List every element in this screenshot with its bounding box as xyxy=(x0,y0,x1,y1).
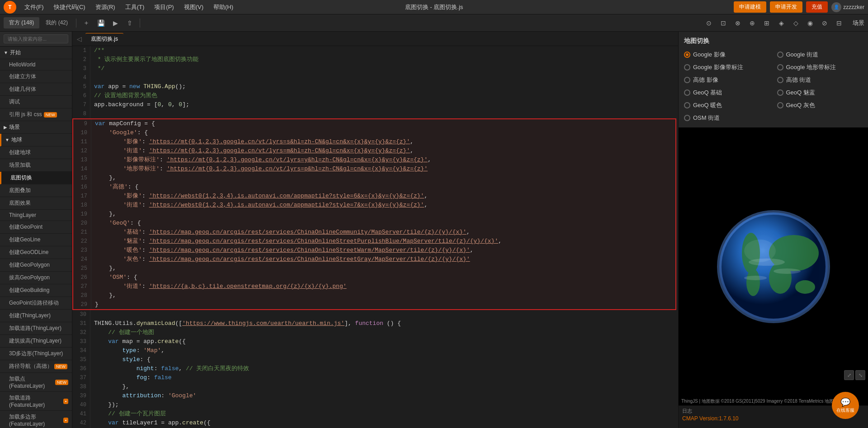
sidebar-item-basemapeffect[interactable]: 底图效果 xyxy=(0,197,72,210)
map-option-google-imagery[interactable]: Google 影像 xyxy=(684,51,770,59)
menu-project[interactable]: 项目(P) xyxy=(150,1,178,13)
search-input[interactable] xyxy=(4,34,68,43)
sidebar-item-3dpoly[interactable]: 3D多边形(ThingLayer) xyxy=(0,348,72,360)
radio-google-terrain-labeled[interactable] xyxy=(777,64,783,71)
share-icon[interactable]: ⇧ xyxy=(123,17,136,29)
tab-official[interactable]: 官方 (148) xyxy=(4,17,39,28)
map-option-geoq-gray[interactable]: GeoQ 灰色 xyxy=(777,101,863,109)
radio-geoq-gray[interactable] xyxy=(777,102,783,108)
sidebar-item-loadroad-feature[interactable]: 加载道路(FeatureLayer) ▪ xyxy=(0,392,72,411)
code-line-21: 21 '基础': 'https://map.geoq.cn/arcgis/res… xyxy=(73,228,675,237)
apply-dev-button[interactable]: 申请开发 xyxy=(770,1,802,13)
radio-geoq-base[interactable] xyxy=(684,89,690,96)
scene-icon-8[interactable]: ◉ xyxy=(804,17,816,29)
nav-back-icon[interactable]: ◁ xyxy=(74,33,85,44)
map-option-geoq-purple[interactable]: GeoQ 魅蓝 xyxy=(777,89,863,97)
code-line-23: 23 '暖色': 'https://map.geoq.cn/arcgis/res… xyxy=(73,246,675,255)
menu-tools[interactable]: 工具(T) xyxy=(121,1,149,13)
code-line-28: 28 }, xyxy=(73,291,675,300)
map-option-amap-street[interactable]: 高德 街道 xyxy=(777,76,863,84)
sidebar-item-creategeoODline[interactable]: 创建GeoODLine xyxy=(0,246,72,259)
sidebar-group-earth[interactable]: ▼ 地球 xyxy=(0,134,72,146)
map-option-geoq-base[interactable]: GeoQ 基础 xyxy=(684,89,770,97)
scene-icon-9[interactable]: ⊘ xyxy=(818,17,831,29)
sidebar-item-creategeobuilding[interactable]: 创建GeoBuilding xyxy=(0,284,72,297)
scene-icon-10[interactable]: ⊟ xyxy=(833,17,845,29)
map-option-google-terrain-labeled[interactable]: Google 地形带标注 xyxy=(777,63,863,71)
radio-amap-imagery[interactable] xyxy=(684,77,690,83)
chat-button[interactable]: 💬 在线客服 xyxy=(832,392,859,419)
radio-google-street[interactable] xyxy=(777,52,783,58)
sidebar-item-createthinglayer[interactable]: 创建(ThingLayer) xyxy=(0,310,72,322)
map-option-google-imagery-labeled[interactable]: Google 影像带标注 xyxy=(684,63,770,71)
sidebar-item-sceneload[interactable]: 场景加载 xyxy=(0,159,72,172)
svg-point-7 xyxy=(746,269,760,296)
sidebar-item-createearth[interactable]: 创建地球 xyxy=(0,146,72,159)
file-tab-active[interactable]: 底图切换.js xyxy=(85,33,123,45)
radio-amap-street[interactable] xyxy=(777,77,783,83)
sidebar-item-basemapswitch[interactable]: 底图切换 xyxy=(0,172,72,184)
sidebar-item-debug[interactable]: 调试 xyxy=(0,96,72,108)
scene-icon-6[interactable]: ◈ xyxy=(775,17,788,29)
sidebar-item-importjs[interactable]: 引用 js 和 css NEW xyxy=(0,108,72,121)
sidebar-item-loadpoint-feature[interactable]: 加载点(FeatureLayer) NEW xyxy=(0,373,72,392)
sidebar-item-thinglayer[interactable]: ThingLayer xyxy=(0,210,72,221)
sidebar-item-createcube[interactable]: 创建立方体 xyxy=(0,71,72,83)
globe-visual xyxy=(679,127,868,405)
code-line-27: 27 '街道': 'https://{a,b,c}.tile.openstree… xyxy=(73,282,675,291)
tab-mine[interactable]: 我的 (42) xyxy=(41,17,72,28)
menu-resources[interactable]: 资源(R) xyxy=(91,1,120,13)
radio-inner xyxy=(686,53,689,56)
sidebar-item-loadroad[interactable]: 加载道路(ThingLayer) xyxy=(0,322,72,335)
split-button[interactable]: ⤡ xyxy=(855,370,865,380)
map-option-amap-imagery[interactable]: 高德 影像 xyxy=(684,76,770,84)
scene-icon-7[interactable]: ◇ xyxy=(789,17,802,29)
sidebar-group-scene[interactable]: ▶ 场景 xyxy=(0,121,72,134)
map-option-geoq-warm[interactable]: GeoQ 暖色 xyxy=(684,101,770,109)
sidebar-item-helloworld[interactable]: HelloWorld xyxy=(0,59,72,71)
sidebar-group-start[interactable]: ▼ 开始 xyxy=(0,47,72,59)
radio-geoq-warm[interactable] xyxy=(684,102,690,108)
scene-icon-5[interactable]: ⊞ xyxy=(760,17,773,29)
map-option-osm-street[interactable]: OSM 街道 xyxy=(684,114,770,122)
sidebar-item-buildingheight[interactable]: 建筑拔高(ThingLayer) xyxy=(0,335,72,348)
menu-help[interactable]: 帮助(H) xyxy=(209,1,238,13)
earth-arrow: ▼ xyxy=(5,137,9,142)
scene-icon-3[interactable]: ⊗ xyxy=(731,17,744,29)
scene-icon-2[interactable]: ⊡ xyxy=(717,17,730,29)
sidebar-item-geopointmove[interactable]: GeoPoint沿路径移动 xyxy=(0,297,72,310)
scene-icon-4[interactable]: ⊕ xyxy=(746,17,759,29)
sidebar-item-extrudegeopolygon[interactable]: 拔高GeoPolygon xyxy=(0,272,72,284)
sidebar-item-creategeo[interactable]: 创建几何体 xyxy=(0,83,72,96)
radio-google-imagery[interactable] xyxy=(684,52,690,58)
radio-google-imagery-labeled[interactable] xyxy=(684,64,690,71)
code-line-6: 6 // 设置地图背景为黑色 xyxy=(72,91,678,100)
sidebar-item-creategeopolygon[interactable]: 创建GeoPolygon xyxy=(0,259,72,272)
map-option-google-street[interactable]: Google 街道 xyxy=(777,51,863,59)
radio-geoq-purple[interactable] xyxy=(777,89,783,96)
second-toolbar: 官方 (148) 我的 (42) ＋ 💾 ▶ ⇧ ⊙ ⊡ ⊗ ⊕ ⊞ ◈ ◇ ◉… xyxy=(0,14,868,32)
top-right-actions: 申请建模 申请开发 充值 👤 zzzzzker xyxy=(734,1,864,13)
toolbar-divider-1 xyxy=(76,19,76,28)
fullscreen-button[interactable]: ⤢ xyxy=(844,370,854,380)
apply-model-button[interactable]: 申请建模 xyxy=(734,1,766,13)
code-line-36: 36 night: false, // 关闭白天黑夜的特效 xyxy=(72,364,678,373)
sidebar-item-creategeopoint[interactable]: 创建GeoPoint xyxy=(0,221,72,234)
code-editor[interactable]: 1 /** 2 * 该示例主要展示了地图底图切换功能 3 */ 4 xyxy=(72,46,678,428)
sidebar-item-basemapadd[interactable]: 底图叠加 xyxy=(0,184,72,197)
scene-icon-1[interactable]: ⊙ xyxy=(703,17,715,29)
sidebar-item-navigation[interactable]: 路径导航（高德）NEW xyxy=(0,360,72,373)
run-icon[interactable]: ▶ xyxy=(109,17,122,29)
sidebar-item-loadpoly-feature[interactable]: 加载多边形(FeatureLayer) ▪ xyxy=(0,411,72,428)
menu-shortcode[interactable]: 快捷代码(C) xyxy=(49,1,90,13)
osm-street-label: OSM 街道 xyxy=(693,114,720,122)
add-icon[interactable]: ＋ xyxy=(80,17,93,29)
menu-view[interactable]: 视图(V) xyxy=(179,1,208,13)
code-line-35: 35 style: { xyxy=(72,355,678,364)
save-icon[interactable]: 💾 xyxy=(94,17,107,29)
menu-file[interactable]: 文件(F) xyxy=(20,1,48,13)
recharge-button[interactable]: 充值 xyxy=(806,1,828,13)
sidebar-item-creategeoline[interactable]: 创建GeoLine xyxy=(0,234,72,246)
radio-osm-street[interactable] xyxy=(684,115,690,121)
center-title: 底图切换 - 底图切换.js xyxy=(405,3,463,11)
